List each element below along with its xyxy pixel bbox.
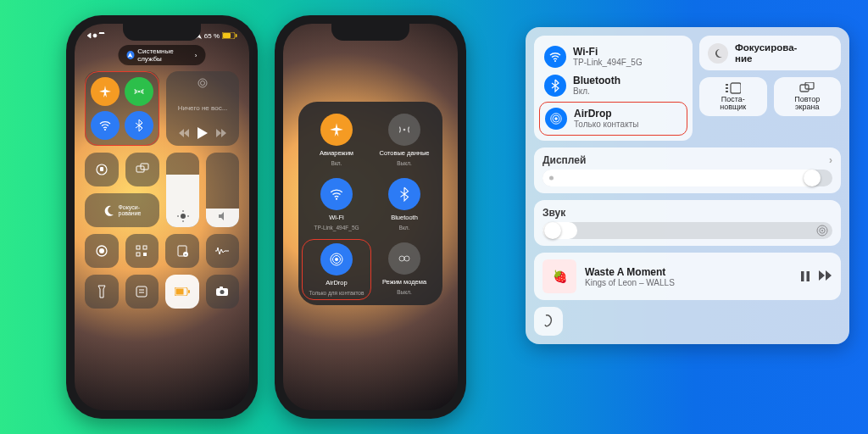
status-right: 65 % [195,32,237,40]
ear-icon [542,314,555,329]
iphone-left: 65 % Системные службы › [66,15,258,419]
svg-rect-55 [801,271,804,281]
cellular-item[interactable]: Сотовые данные Выкл. [373,114,436,166]
sound-label: Звук [542,207,565,219]
stage-manager-button[interactable]: Поста- новщик [699,77,767,116]
notch [331,24,409,41]
wifi-icon [544,46,566,68]
airdrop-item[interactable]: AirDrop Только для контактов [302,239,371,300]
wifi-icon [320,178,353,210]
wifi-toggle[interactable] [91,111,120,140]
wifi-row[interactable]: Wi-FiTP-Link_494F_5G [542,42,684,71]
prev-icon[interactable] [179,129,189,137]
brightness-slider[interactable] [542,170,832,186]
focus-card[interactable]: Фокусирова- ние [699,36,841,70]
svg-rect-50 [805,82,814,89]
screen: Авиарежим Вкл. Сотовые данные Выкл. Wi-F… [283,24,458,410]
airplay-audio-icon[interactable] [816,225,828,236]
now-playing-card[interactable]: 🍓 Waste A MomentKings of Leon – WALLS [534,253,841,300]
chevron-right-icon: › [195,52,198,59]
chevron-right-icon[interactable]: › [829,154,832,166]
svg-point-11 [181,214,186,219]
focus-button[interactable]: Фокуси- рование [85,193,159,227]
svg-rect-2 [236,34,237,37]
connectivity-tile[interactable] [85,71,159,146]
bluetooth-row[interactable]: BluetoothВкл. [542,71,684,100]
next-icon[interactable] [216,129,226,137]
brightness-slider[interactable] [166,153,199,227]
svg-rect-19 [143,246,147,249]
svg-rect-48 [731,83,741,93]
svg-rect-29 [175,289,183,295]
mac-control-center: Wi-FiTP-Link_494F_5G BluetoothВкл. AirDr… [526,27,849,344]
hearing-button[interactable] [534,307,563,336]
camera-button[interactable] [206,275,240,309]
sound-recognition-button[interactable] [206,234,240,268]
svg-rect-33 [220,287,223,289]
screen: 65 % Системные службы › [75,24,249,410]
svg-rect-56 [807,271,810,281]
svg-point-51 [549,176,554,181]
display-label: Дисплей [542,154,586,166]
screen-mirror-button[interactable]: Повтор экрана [774,77,842,116]
svg-rect-45 [726,84,728,86]
airdrop-icon [545,108,567,130]
svg-point-39 [399,256,404,261]
svg-point-41 [554,60,556,62]
pill-label: Системные службы [137,47,192,63]
screen-record-button[interactable] [85,234,119,268]
song-artist: Kings of Leon – WALLS [585,278,792,287]
control-grid: + [85,234,239,309]
low-power-button[interactable] [165,275,199,309]
svg-rect-8 [100,167,103,171]
mirror-icon [799,82,815,94]
wifi-item[interactable]: Wi-Fi TP-Link_494F_5G [305,178,368,231]
svg-rect-21 [143,253,147,256]
screen-mirror-button[interactable] [125,153,159,186]
notes-button[interactable]: + [165,234,199,268]
svg-point-40 [404,256,409,261]
airplane-item[interactable]: Авиарежим Вкл. [305,114,368,166]
qr-scan-button[interactable] [125,234,159,268]
now-playing-tile[interactable]: Ничего не вос... [166,71,239,146]
cellular-toggle[interactable] [125,77,153,106]
svg-rect-49 [800,85,809,92]
svg-point-54 [821,230,823,231]
volume-slider[interactable] [206,153,239,227]
bluetooth-toggle[interactable] [125,111,153,140]
next-icon[interactable] [819,270,832,281]
battery-text: 65 % [204,32,220,40]
bluetooth-item[interactable]: Bluetooth Вкл. [373,178,436,231]
svg-point-36 [335,258,338,261]
svg-rect-30 [188,290,190,293]
svg-rect-18 [136,246,140,249]
connectivity-expanded: Авиарежим Вкл. Сотовые данные Выкл. Wi-F… [298,102,442,305]
focus-label: Фокуси- рование [119,204,142,216]
cellular-icon [388,114,420,146]
airplane-icon [320,114,353,146]
play-icon[interactable] [198,127,208,139]
iphone-right: Авиарежим Вкл. Сотовые данные Выкл. Wi-F… [275,15,466,419]
airdrop-row[interactable]: AirDropТолько контакты [543,104,683,133]
stage-icon [726,82,741,94]
svg-text:+: + [184,252,186,257]
hotspot-item[interactable]: Режим модема Выкл. [373,242,436,297]
pause-icon[interactable] [800,270,810,282]
flashlight-button[interactable] [85,275,119,309]
battery-icon [222,32,237,39]
volume-slider[interactable] [542,222,832,239]
focus-label: Фокусирова- ние [735,42,797,64]
calculator-button[interactable] [125,275,159,309]
album-art: 🍓 [542,259,576,293]
airplay-icon [198,78,208,88]
svg-point-35 [336,198,337,200]
svg-point-6 [201,81,205,86]
airplane-toggle[interactable] [91,77,120,106]
control-center: Ничего не вос... Фокуси- рование [85,71,239,393]
sun-icon [177,210,189,222]
display-card: Дисплей› [534,147,841,193]
rotation-lock-button[interactable] [85,153,119,186]
notch [123,24,201,41]
moon-icon [708,43,728,64]
system-services-pill[interactable]: Системные службы › [119,45,206,65]
